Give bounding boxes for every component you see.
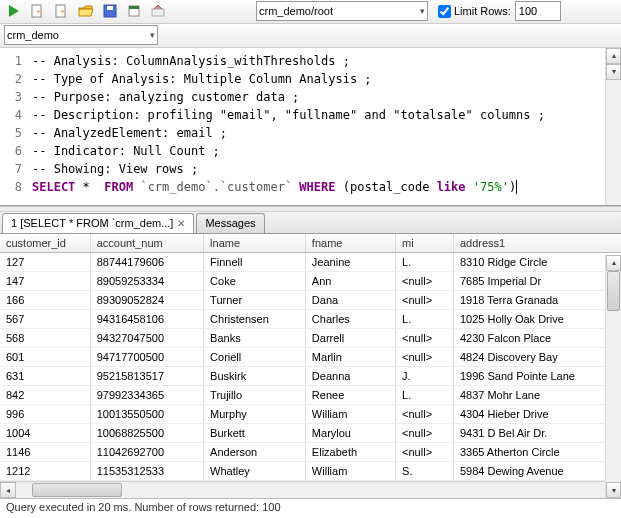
- main-toolbar: + + crm_demo/root ▾ Limit Rows:: [0, 0, 621, 24]
- close-icon[interactable]: ✕: [177, 218, 185, 229]
- col-header[interactable]: lname: [204, 234, 306, 253]
- col-header[interactable]: account_num: [90, 234, 203, 253]
- limit-rows-input[interactable]: [515, 1, 561, 21]
- limit-rows-check-input[interactable]: [438, 5, 451, 18]
- tab-messages-label: Messages: [205, 217, 255, 229]
- limit-rows-label: Limit Rows:: [454, 5, 511, 17]
- table-row[interactable]: 14789059253334CokeAnn<null>7685 Imperial…: [0, 272, 621, 291]
- tab-results-label: 1 [SELECT * FROM `crm_dem...]: [11, 217, 173, 229]
- vscroll-track[interactable]: [606, 271, 621, 482]
- scroll-up-icon[interactable]: ▴: [606, 48, 621, 64]
- new-sql2-icon[interactable]: +: [52, 1, 72, 21]
- clear-icon[interactable]: [148, 1, 168, 21]
- schema-combo[interactable]: crm_demo ▾: [4, 25, 158, 45]
- table-row[interactable]: 16689309052824TurnerDana<null>1918 Terra…: [0, 291, 621, 310]
- vscroll-thumb[interactable]: [607, 271, 620, 311]
- save-icon[interactable]: [100, 1, 120, 21]
- svg-rect-8: [129, 6, 139, 9]
- scroll-up-icon[interactable]: ▴: [606, 255, 621, 271]
- col-header[interactable]: customer_id: [0, 234, 90, 253]
- svg-marker-0: [9, 5, 19, 17]
- col-header[interactable]: fname: [305, 234, 395, 253]
- table-row[interactable]: 12788744179606FinnellJeanineL.8310 Ridge…: [0, 253, 621, 272]
- sql-editor[interactable]: 12345678 -- Analysis: ColumnAnalysis_wit…: [0, 48, 621, 206]
- svg-text:+: +: [36, 7, 41, 16]
- hscroll-track[interactable]: [16, 482, 605, 498]
- table-row[interactable]: 121211535312533WhatleyWilliamS.5984 Dewi…: [0, 462, 621, 481]
- tab-messages[interactable]: Messages: [196, 213, 264, 233]
- scroll-down-icon[interactable]: ▾: [606, 482, 621, 498]
- export-icon[interactable]: [124, 1, 144, 21]
- table-row[interactable]: 60194717700500CoriellMarlin<null>4824 Di…: [0, 348, 621, 367]
- table-row[interactable]: 99610013550500MurphyWilliam<null>4304 Hi…: [0, 405, 621, 424]
- table-row[interactable]: 63195215813517BuskirkDeannaJ.1996 Sand P…: [0, 367, 621, 386]
- editor-code[interactable]: -- Analysis: ColumnAnalysis_withThreshol…: [26, 48, 605, 205]
- limit-rows-checkbox[interactable]: Limit Rows:: [438, 5, 511, 18]
- hscroll-thumb[interactable]: [32, 483, 122, 497]
- editor-vscrollbar[interactable]: ▴ ▾: [605, 48, 621, 205]
- table-row[interactable]: 114611042692700AndersonElizabeth<null>33…: [0, 443, 621, 462]
- status-bar: Query executed in 20 ms. Number of rows …: [0, 498, 621, 518]
- col-header[interactable]: mi: [396, 234, 454, 253]
- svg-rect-9: [152, 9, 164, 16]
- results-grid[interactable]: customer_idaccount_numlnamefnamemiaddres…: [0, 234, 621, 481]
- chevron-down-icon: ▾: [420, 6, 425, 16]
- run-icon[interactable]: [4, 1, 24, 21]
- svg-rect-6: [107, 6, 113, 10]
- connection-combo[interactable]: crm_demo/root ▾: [256, 1, 428, 21]
- svg-text:+: +: [60, 7, 65, 16]
- connection-combo-value: crm_demo/root: [259, 5, 333, 17]
- open-icon[interactable]: [76, 1, 96, 21]
- status-text: Query executed in 20 ms. Number of rows …: [6, 501, 281, 513]
- tab-results[interactable]: 1 [SELECT * FROM `crm_dem...] ✕: [2, 213, 194, 233]
- result-tabs: 1 [SELECT * FROM `crm_dem...] ✕ Messages: [0, 212, 621, 234]
- results-grid-wrap: customer_idaccount_numlnamefnamemiaddres…: [0, 234, 621, 498]
- results-grid-scroll[interactable]: customer_idaccount_numlnamefnamemiaddres…: [0, 234, 621, 481]
- scroll-left-icon[interactable]: ◂: [0, 482, 16, 498]
- grid-vscrollbar[interactable]: ▴ ▾: [605, 255, 621, 498]
- table-row[interactable]: 100410068825500BurkettMarylou<null>9431 …: [0, 424, 621, 443]
- editor-gutter: 12345678: [0, 48, 26, 205]
- schema-combo-value: crm_demo: [7, 29, 59, 41]
- grid-hscrollbar[interactable]: ◂ ▸: [0, 481, 621, 498]
- new-sql-icon[interactable]: +: [28, 1, 48, 21]
- col-header[interactable]: address1: [453, 234, 621, 253]
- scroll-down-icon[interactable]: ▾: [606, 64, 621, 80]
- table-row[interactable]: 56894327047500BanksDarrell<null>4230 Fal…: [0, 329, 621, 348]
- table-row[interactable]: 56794316458106ChristensenCharlesL.1025 H…: [0, 310, 621, 329]
- schema-toolbar: crm_demo ▾: [0, 24, 621, 48]
- table-row[interactable]: 84297992334365TrujilloReneeL.4837 Mohr L…: [0, 386, 621, 405]
- chevron-down-icon: ▾: [150, 30, 155, 40]
